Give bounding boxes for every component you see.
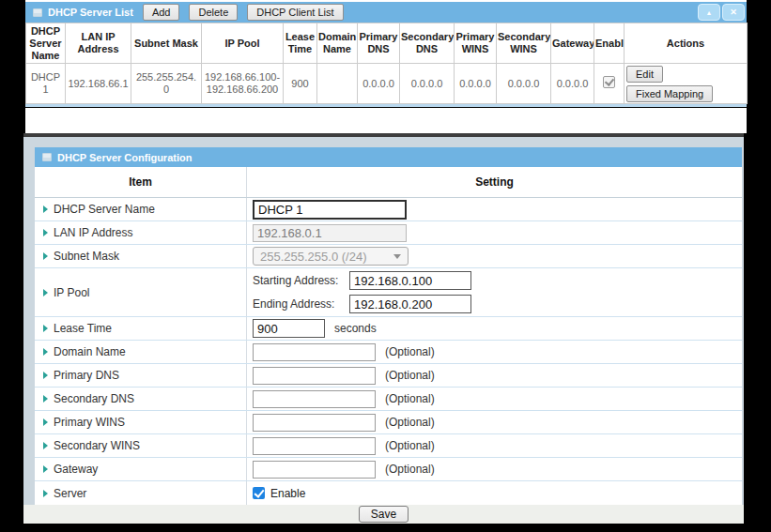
item-column-header: Item bbox=[35, 167, 247, 197]
col-header-primary-dns: Primary DNS bbox=[358, 23, 400, 64]
gateway-input[interactable] bbox=[253, 461, 376, 479]
cell-enable bbox=[594, 64, 625, 104]
lease-time-input[interactable] bbox=[253, 319, 325, 338]
row-subnet-mask: Subnet Mask 255.255.255.0 (/24) bbox=[35, 245, 742, 268]
list-title: DHCP Server List bbox=[48, 7, 133, 18]
row-arrow-icon bbox=[43, 205, 48, 213]
row-ip-pool: IP Pool Starting Address: Ending Address… bbox=[35, 268, 742, 317]
gateway-label: Gateway bbox=[54, 463, 98, 476]
starting-address-input[interactable] bbox=[349, 271, 471, 290]
col-header-actions: Actions bbox=[625, 23, 748, 64]
panel-icon bbox=[42, 153, 52, 161]
col-header-ip-pool: IP Pool bbox=[202, 23, 284, 64]
col-header-enable: Enable bbox=[594, 23, 625, 64]
optional-hint: (Optional) bbox=[385, 345, 435, 358]
row-server-enable: Server Enable bbox=[35, 481, 742, 505]
window-controls: ▲ ✕ bbox=[698, 4, 745, 21]
col-header-gateway: Gateway bbox=[551, 23, 594, 64]
dhcp-server-table: DHCP Server Name LAN IP Address Subnet M… bbox=[25, 23, 748, 104]
dhcp-server-name-input[interactable] bbox=[253, 200, 407, 220]
table-row: DHCP 1 192.168.66.1 255.255.254.0 192.16… bbox=[26, 64, 748, 104]
row-arrow-icon bbox=[43, 252, 48, 260]
edit-button[interactable]: Edit bbox=[626, 66, 663, 83]
col-header-lan-ip: LAN IP Address bbox=[66, 23, 131, 64]
cell-name: DHCP 1 bbox=[26, 64, 66, 104]
row-primary-wins: Primary WINS (Optional) bbox=[35, 411, 742, 434]
dhcp-client-list-button[interactable]: DHCP Client List bbox=[247, 4, 343, 21]
panel-icon bbox=[33, 8, 42, 17]
cell-ip-pool: 192.168.66.100-192.168.66.200 bbox=[202, 64, 284, 104]
row-arrow-icon bbox=[43, 289, 48, 296]
fixed-mapping-button[interactable]: Fixed Mapping bbox=[626, 85, 713, 102]
primary-dns-label: Primary DNS bbox=[54, 369, 119, 382]
primary-dns-input[interactable] bbox=[253, 367, 376, 385]
row-enable-checkbox bbox=[603, 76, 615, 88]
server-enable-checkbox[interactable] bbox=[253, 487, 265, 499]
row-secondary-dns: Secondary DNS (Optional) bbox=[35, 388, 742, 411]
row-arrow-icon bbox=[43, 465, 48, 473]
row-primary-dns: Primary DNS (Optional) bbox=[35, 364, 742, 388]
dhcp-server-name-label: DHCP Server Name bbox=[54, 203, 155, 216]
dhcp-server-list-panel: DHCP Server List Add Delete DHCP Client … bbox=[25, 0, 747, 107]
dropdown-chevron-icon bbox=[393, 254, 401, 259]
cell-primary-wins: 0.0.0.0 bbox=[455, 64, 497, 104]
server-enable-label: Enable bbox=[270, 487, 305, 500]
cell-domain-name bbox=[317, 64, 358, 104]
close-icon[interactable]: ✕ bbox=[722, 4, 745, 21]
lan-ip-input bbox=[253, 224, 407, 242]
config-header-row: Item Setting bbox=[35, 167, 742, 198]
collapse-icon[interactable]: ▲ bbox=[698, 4, 720, 21]
ending-address-label: Ending Address: bbox=[253, 297, 349, 311]
ending-address-input[interactable] bbox=[349, 295, 471, 313]
screen: DHCP Server List Add Delete DHCP Client … bbox=[0, 0, 771, 532]
row-arrow-icon bbox=[43, 325, 48, 332]
table-bottom-rule bbox=[25, 104, 747, 107]
save-button[interactable]: Save bbox=[359, 506, 409, 523]
row-arrow-icon bbox=[43, 418, 48, 426]
domain-name-input[interactable] bbox=[253, 343, 376, 361]
row-arrow-icon bbox=[43, 442, 48, 449]
row-lan-ip-address: LAN IP Address bbox=[35, 221, 742, 245]
subnet-mask-label: Subnet Mask bbox=[54, 250, 119, 263]
col-header-lease-time: Lease Time bbox=[284, 23, 317, 64]
row-arrow-icon bbox=[43, 348, 48, 356]
config-title: DHCP Server Configuration bbox=[57, 152, 192, 163]
setting-column-header: Setting bbox=[247, 167, 742, 197]
config-titlebar: DHCP Server Configuration bbox=[35, 147, 742, 167]
row-secondary-wins: Secondary WINS (Optional) bbox=[35, 434, 742, 458]
row-gateway: Gateway (Optional) bbox=[35, 458, 742, 481]
row-domain-name: Domain Name (Optional) bbox=[35, 341, 742, 364]
secondary-wins-input[interactable] bbox=[253, 437, 376, 455]
delete-button[interactable]: Delete bbox=[189, 4, 238, 21]
subnet-mask-select: 255.255.255.0 (/24) bbox=[253, 247, 409, 266]
primary-wins-label: Primary WINS bbox=[54, 416, 125, 429]
list-titlebar: DHCP Server List Add Delete DHCP Client … bbox=[25, 2, 747, 23]
lan-ip-label: LAN IP Address bbox=[54, 226, 133, 239]
primary-wins-input[interactable] bbox=[253, 414, 376, 432]
secondary-dns-label: Secondary DNS bbox=[54, 392, 134, 405]
optional-hint: (Optional) bbox=[385, 369, 435, 382]
config-table: Item Setting DHCP Server Name LAN IP Add… bbox=[35, 167, 742, 505]
col-header-primary-wins: Primary WINS bbox=[455, 23, 497, 64]
cell-lease-time: 900 bbox=[284, 64, 317, 104]
domain-name-label: Domain Name bbox=[54, 345, 126, 358]
page-gap bbox=[25, 108, 747, 133]
starting-address-label: Starting Address: bbox=[253, 274, 349, 287]
lease-time-label: Lease Time bbox=[54, 322, 112, 335]
col-header-domain-name: Domain Name bbox=[317, 23, 358, 64]
row-lease-time: Lease Time seconds bbox=[35, 317, 742, 341]
optional-hint: (Optional) bbox=[385, 392, 435, 405]
col-header-secondary-wins: Secondary WINS bbox=[497, 23, 551, 64]
cell-gateway: 0.0.0.0 bbox=[551, 64, 594, 104]
row-arrow-icon bbox=[43, 395, 48, 403]
row-arrow-icon bbox=[43, 490, 48, 497]
row-arrow-icon bbox=[43, 372, 48, 379]
subnet-mask-value: 255.255.255.0 (/24) bbox=[260, 250, 366, 264]
row-arrow-icon bbox=[43, 229, 48, 236]
table-header-row: DHCP Server Name LAN IP Address Subnet M… bbox=[26, 23, 748, 64]
optional-hint: (Optional) bbox=[385, 439, 435, 452]
add-button[interactable]: Add bbox=[143, 4, 180, 21]
col-header-subnet-mask: Subnet Mask bbox=[131, 23, 202, 64]
secondary-dns-input[interactable] bbox=[253, 390, 376, 408]
cell-primary-dns: 0.0.0.0 bbox=[358, 64, 400, 104]
